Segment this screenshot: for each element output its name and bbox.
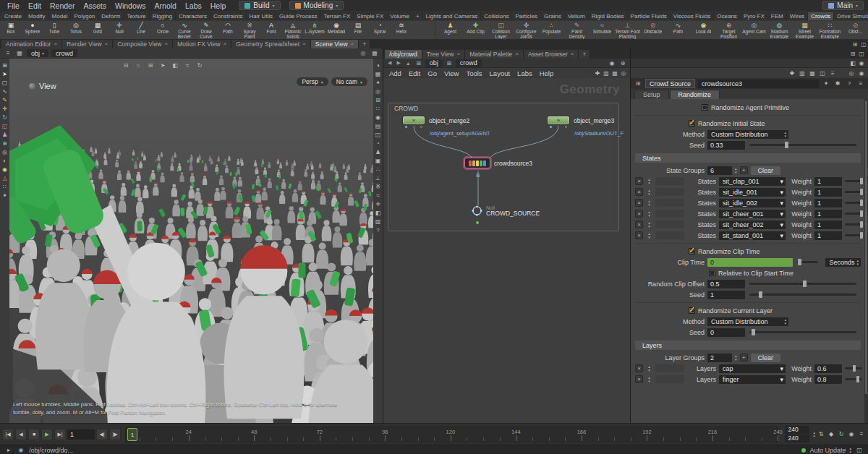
realtime-toggle-icon[interactable]: ↻ <box>837 430 846 438</box>
close-icon[interactable]: × <box>105 41 109 47</box>
shelf-tab-crowds[interactable]: Crowds <box>808 12 834 20</box>
lasso-select-tool-icon[interactable]: ∿ <box>1 87 9 95</box>
shelf-tab-fem[interactable]: FEM <box>768 12 787 20</box>
random-clip-offset-field[interactable]: 0.5 <box>707 280 745 288</box>
shelf-tool-terrain-foot-planting[interactable]: ⊥Terrain Foot Planting <box>615 21 640 39</box>
shelf-tool-agent-cam[interactable]: ◎Agent Cam <box>741 21 767 39</box>
menubar-menu-windows[interactable]: Windows <box>111 1 150 10</box>
clear-states-button[interactable]: Clear <box>751 166 781 175</box>
nav-forward-icon[interactable]: ▶ <box>395 60 401 66</box>
remove-state-button[interactable]: × <box>635 199 643 207</box>
state-weight-slider[interactable] <box>845 213 862 215</box>
remove-layer-button[interactable]: × <box>635 375 643 383</box>
state-weight-slider[interactable] <box>845 223 862 226</box>
pane-tab-motion-fx-view[interactable]: Motion FX View× <box>173 40 231 48</box>
shelf-tab-wires[interactable]: Wires <box>787 12 808 20</box>
state-select[interactable]: sit_stand_001▾ <box>719 231 786 240</box>
shelf-tool-formation-example[interactable]: ∷Formation Example <box>817 21 843 39</box>
path-root-chip[interactable]: obj▾ <box>27 49 48 57</box>
clip-time-slider[interactable] <box>797 261 818 263</box>
shelf-tab-hair-utils[interactable]: Hair Utils <box>247 12 276 20</box>
slider-handle[interactable] <box>759 291 762 298</box>
stepper-arrows-icon[interactable]: ▴▾ <box>735 167 737 174</box>
slider-handle[interactable] <box>752 329 755 335</box>
state-weight-field[interactable]: 1 <box>814 177 842 186</box>
network-tab-obj-crowd[interactable]: /obj/crowd <box>385 50 422 59</box>
shelf-tab-terrain-fx[interactable]: Terrain FX <box>320 12 354 20</box>
slider-handle[interactable] <box>860 221 863 228</box>
network-menu-go[interactable]: Go <box>424 69 441 77</box>
slider-handle[interactable] <box>785 142 788 148</box>
message-log-icon[interactable]: ▸ <box>4 446 13 454</box>
close-icon[interactable]: × <box>165 41 169 47</box>
random-clip-offset-slider[interactable] <box>749 283 856 285</box>
object-display-icon[interactable]: ▣ <box>374 157 383 165</box>
camera-selector[interactable]: No cam▾ <box>331 77 367 86</box>
playback-options-icon[interactable]: ≡ <box>857 430 866 438</box>
brush-select-tool-icon[interactable]: ✎ <box>1 96 9 104</box>
params-scrollbar[interactable] <box>864 99 868 423</box>
shelf-tool-platonic-solids[interactable]: ◬Platonic Solids <box>282 21 304 39</box>
close-icon[interactable]: × <box>351 41 354 47</box>
handles-tool-icon[interactable]: ⊕ <box>1 140 9 147</box>
nav-back-icon[interactable]: ◀ <box>386 60 393 66</box>
shelf-tab-create[interactable]: Create <box>1 12 25 20</box>
shelf-tab-polygon[interactable]: Polygon <box>71 12 98 20</box>
shelf-tab-characters[interactable]: Characters <box>176 12 210 20</box>
pane-split-icon[interactable]: ⊞ <box>851 40 859 48</box>
reorder-state-buttons[interactable]: ▴▾ <box>646 210 652 217</box>
end-frame-field[interactable]: 240 <box>785 426 809 434</box>
group-display-icon[interactable]: ◧ <box>374 209 383 217</box>
memory-monitor-icon[interactable]: ◫ <box>855 446 864 454</box>
state-groups-field[interactable]: 6 <box>707 166 732 175</box>
param-panel-icon[interactable]: ◫ <box>818 69 827 77</box>
menubar-menu-help[interactable]: Help <box>206 1 231 10</box>
shelf-tool-obstacle[interactable]: ⊘Obstacle <box>640 21 665 39</box>
keyframe-options-icon[interactable]: ◆ <box>827 430 835 438</box>
slider-handle[interactable] <box>798 259 801 265</box>
previous-frame-button[interactable]: ◀ <box>15 429 27 440</box>
points-display-icon[interactable]: ∴ <box>374 166 383 174</box>
shelf-tool-configure-joints[interactable]: ✜Configure Joints <box>514 21 539 39</box>
shelf-tool-torus[interactable]: ◎Torus <box>65 21 87 39</box>
seed-field[interactable]: 0.33 <box>707 141 745 150</box>
node-crowd-source-null[interactable]: Null CROWD_SOURCE <box>472 205 540 217</box>
translate-tool-icon[interactable]: ✛ <box>1 105 9 113</box>
shelf-tab-[interactable]: + <box>413 12 423 20</box>
reorder-state-buttons[interactable]: ▴▾ <box>646 189 652 195</box>
randomize-agent-primitive-checkbox[interactable] <box>702 104 708 111</box>
snapshot-icon[interactable]: ◎ <box>359 49 367 57</box>
shelf-tool-box[interactable]: ▣Box <box>0 21 22 39</box>
shelf-tool-grid[interactable]: ▦Grid <box>87 21 109 39</box>
shelf-tab-rigging[interactable]: Rigging <box>150 12 176 20</box>
camera-icon[interactable]: ◉ <box>857 69 866 77</box>
network-menu-add[interactable]: Add <box>386 69 405 77</box>
viewport-layout-icon[interactable]: ▦ <box>370 49 379 57</box>
shelf-tab-modify[interactable]: Modify <box>25 12 49 20</box>
shelf-tab-pyro-fx[interactable]: Pyro FX <box>741 12 768 20</box>
shading-mode-icon[interactable]: ◑ <box>374 61 383 69</box>
node-flag-icon[interactable] <box>405 126 407 128</box>
pane-maximize-icon[interactable]: ◫ <box>859 40 868 48</box>
viewport-help-icon[interactable]: ? <box>374 226 383 234</box>
layout-single-view-icon[interactable]: ⊟ <box>122 61 130 69</box>
close-icon[interactable]: × <box>515 51 519 57</box>
onion-skin-icon[interactable]: ◔ <box>374 140 383 147</box>
playhead[interactable]: 1 <box>127 428 137 441</box>
menubar-menu-assets[interactable]: Assets <box>79 1 111 10</box>
shelf-tab-drive-simulation[interactable]: Drive Simulation <box>834 12 868 20</box>
params-node-name-field[interactable]: crowdsource3 <box>698 80 819 88</box>
lighting-toggle-icon[interactable]: ✦ <box>374 79 383 87</box>
shelf-tool-street-example[interactable]: ▦Street Example <box>792 21 817 39</box>
shelf-tab-particles[interactable]: Particles <box>512 12 541 20</box>
shelf-tool-tube[interactable]: ▯Tube <box>43 21 65 39</box>
state-weight-field[interactable]: 1 <box>814 231 842 240</box>
state-select[interactable]: sit_clap_001▾ <box>719 177 786 186</box>
particles-display-icon[interactable]: ※ <box>374 183 383 191</box>
shelf-tab-guide-process[interactable]: Guide Process <box>276 12 320 20</box>
state-weight-field[interactable]: 1 <box>814 220 842 229</box>
grid-toggle-icon[interactable]: ⊞ <box>374 96 383 104</box>
fog-display-icon[interactable]: ≈ <box>374 192 383 200</box>
seed-field[interactable]: 0 <box>707 328 745 337</box>
range-stepper-icon[interactable]: ▴▾ <box>813 431 815 437</box>
